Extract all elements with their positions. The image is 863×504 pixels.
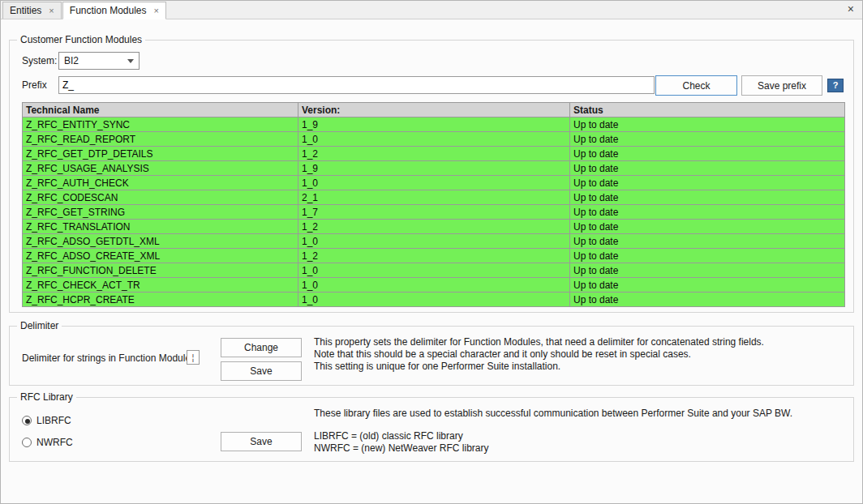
table-row[interactable]: Z_RFC_ADSO_GETDTL_XML1_0Up to date [23, 234, 845, 249]
tab-bar: Entities × Function Modules × × [1, 1, 862, 19]
description-line: Note that this should be a special chara… [314, 348, 764, 361]
module-status-cell: Up to date [570, 220, 845, 234]
save-delimiter-button[interactable]: Save [221, 361, 302, 381]
module-name-cell: Z_RFC_GET_DTP_DETAILS [23, 147, 298, 161]
module-status-cell: Up to date [570, 161, 845, 176]
module-version-cell: 1_0 [298, 176, 570, 190]
module-version-cell: 1_9 [298, 161, 570, 176]
system-dropdown[interactable]: BI2 [58, 52, 140, 70]
module-name-cell: Z_RFC_HCPR_CREATE [23, 293, 298, 307]
module-name-cell: Z_RFC_ADSO_GETDTL_XML [23, 234, 298, 249]
prefix-label: Prefix [22, 79, 47, 91]
module-name-cell: Z_RFC_ENTITY_SYNC [23, 117, 298, 132]
module-version-cell: 1_9 [298, 117, 570, 132]
module-status-cell: Up to date [570, 293, 845, 307]
module-name-cell: Z_RFC_USAGE_ANALYSIS [23, 161, 298, 176]
delimiter-group: Delimiter Delimiter for strings in Funct… [9, 326, 854, 386]
module-version-cell: 1_0 [298, 278, 570, 293]
table-row[interactable]: Z_RFC_GET_STRING1_7Up to date [23, 205, 845, 220]
radio-label: NWRFC [36, 437, 73, 448]
module-version-cell: 1_2 [298, 249, 570, 263]
rfc-description: These library files are used to establis… [314, 408, 792, 420]
module-version-cell: 1_0 [298, 132, 570, 147]
module-version-cell: 1_2 [298, 220, 570, 234]
module-name-cell: Z_RFC_GET_STRING [23, 205, 298, 220]
module-status-cell: Up to date [570, 176, 845, 190]
system-dropdown-value: BI2 [59, 55, 127, 66]
module-version-cell: 2_1 [298, 190, 570, 205]
delimiter-label: Delimiter for strings in Function Module… [22, 352, 195, 364]
content-panel: Customer Function Modules System: BI2 Pr… [1, 19, 862, 503]
legend-line: LIBRFC = (old) classic RFC library [314, 430, 488, 442]
group-title-delimiter: Delimiter [17, 320, 62, 331]
module-version-cell: 1_0 [298, 293, 570, 307]
change-delimiter-button[interactable]: Change [221, 338, 302, 357]
module-version-cell: 1_0 [298, 263, 570, 278]
radio-icon [22, 416, 32, 425]
group-title-customer-function-modules: Customer Function Modules [17, 34, 145, 45]
delimiter-input[interactable] [187, 350, 200, 365]
close-tab-icon[interactable]: × [49, 6, 54, 15]
module-table-body: Z_RFC_ENTITY_SYNC1_9Up to dateZ_RFC_READ… [23, 117, 845, 307]
radio-label: LIBRFC [36, 415, 71, 426]
module-name-cell: Z_RFC_READ_REPORT [23, 132, 298, 147]
module-status-cell: Up to date [570, 234, 845, 249]
prefix-input[interactable] [58, 76, 655, 94]
close-tab-icon[interactable]: × [154, 6, 159, 15]
table-row[interactable]: Z_RFC_CHECK_ACT_TR1_0Up to date [23, 278, 845, 293]
table-row[interactable]: Z_RFC_USAGE_ANALYSIS1_9Up to date [23, 161, 845, 176]
module-name-cell: Z_RFC_TRANSLATION [23, 220, 298, 234]
group-title-rfc-library: RFC Library [17, 391, 76, 403]
save-prefix-button[interactable]: Save prefix [741, 75, 822, 96]
table-row[interactable]: Z_RFC_READ_REPORT1_0Up to date [23, 132, 845, 147]
module-name-cell: Z_RFC_ADSO_CREATE_XML [23, 249, 298, 263]
column-header-version[interactable]: Version: [298, 103, 570, 117]
module-version-cell: 1_0 [298, 234, 570, 249]
customer-function-modules-group: Customer Function Modules System: BI2 Pr… [9, 40, 854, 313]
tab-entities[interactable]: Entities × [2, 2, 62, 19]
column-header-status[interactable]: Status [570, 103, 845, 117]
table-row[interactable]: Z_RFC_HCPR_CREATE1_0Up to date [23, 293, 845, 307]
radio-icon [22, 438, 32, 447]
save-rfc-library-button[interactable]: Save [221, 432, 302, 451]
table-row[interactable]: Z_RFC_TRANSLATION1_2Up to date [23, 220, 845, 234]
table-row[interactable]: Z_RFC_ENTITY_SYNC1_9Up to date [23, 117, 845, 132]
help-button[interactable]: ? [827, 79, 844, 92]
module-name-cell: Z_RFC_CODESCAN [23, 190, 298, 205]
table-row[interactable]: Z_RFC_AUTH_CHECK1_0Up to date [23, 176, 845, 190]
rfc-legend: LIBRFC = (old) classic RFC library NWRFC… [314, 430, 488, 455]
module-table: Technical Name Version: Status Z_RFC_ENT… [22, 102, 845, 307]
nwrfc-radio[interactable]: NWRFC [22, 437, 73, 448]
module-status-cell: Up to date [570, 117, 845, 132]
rfc-library-group: RFC Library LIBRFC NWRFC Save These libr… [9, 397, 854, 462]
module-name-cell: Z_RFC_CHECK_ACT_TR [23, 278, 298, 293]
table-row[interactable]: Z_RFC_ADSO_CREATE_XML1_2Up to date [23, 249, 845, 263]
window-close-icon[interactable]: × [848, 3, 854, 15]
module-status-cell: Up to date [570, 263, 845, 278]
description-line: This property sets the delimiter for Fun… [314, 336, 764, 348]
module-version-cell: 1_2 [298, 147, 570, 161]
tab-function-modules[interactable]: Function Modules × [62, 2, 166, 19]
module-version-cell: 1_7 [298, 205, 570, 220]
module-status-cell: Up to date [570, 132, 845, 147]
table-row[interactable]: Z_RFC_FUNCTION_DELETE1_0Up to date [23, 263, 845, 278]
module-name-cell: Z_RFC_AUTH_CHECK [23, 176, 298, 190]
tab-label: Entities [10, 5, 41, 16]
module-status-cell: Up to date [570, 249, 845, 263]
librfc-radio[interactable]: LIBRFC [22, 415, 71, 426]
module-status-cell: Up to date [570, 147, 845, 161]
table-header-row: Technical Name Version: Status [23, 103, 845, 117]
column-header-technical-name[interactable]: Technical Name [23, 103, 298, 117]
module-status-cell: Up to date [570, 190, 845, 205]
table-row[interactable]: Z_RFC_GET_DTP_DETAILS1_2Up to date [23, 147, 845, 161]
check-button[interactable]: Check [655, 75, 737, 96]
description-line: These library files are used to establis… [314, 408, 792, 420]
module-status-cell: Up to date [570, 278, 845, 293]
app-window: Entities × Function Modules × × Customer… [0, 0, 863, 504]
legend-line: NWRFC = (new) NetWeaver RFC library [314, 442, 488, 455]
module-status-cell: Up to date [570, 205, 845, 220]
tab-label: Function Modules [70, 5, 147, 16]
table-row[interactable]: Z_RFC_CODESCAN2_1Up to date [23, 190, 845, 205]
module-name-cell: Z_RFC_FUNCTION_DELETE [23, 263, 298, 278]
description-line: This setting is unique for one Performer… [314, 361, 764, 373]
